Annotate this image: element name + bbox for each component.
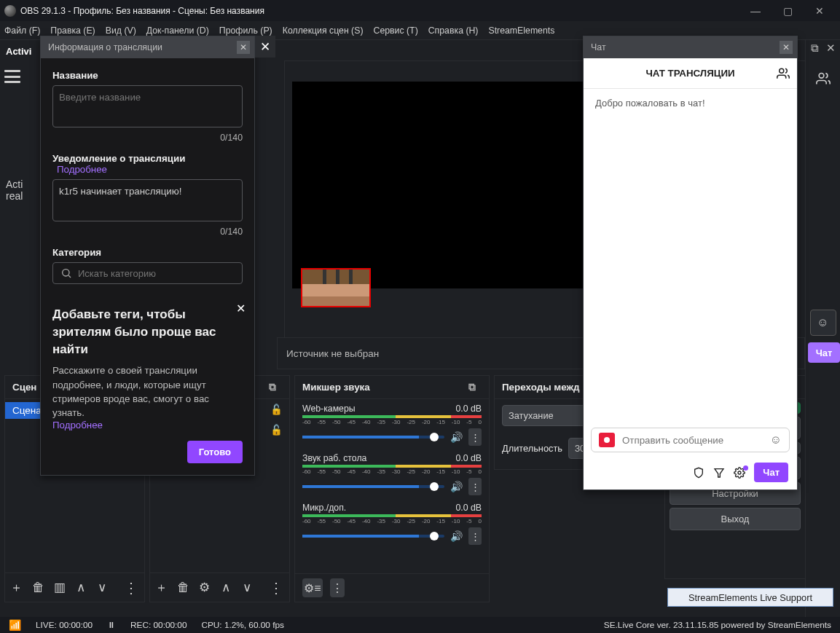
window-close-button[interactable]: ✕ <box>804 0 836 21</box>
chat-input[interactable] <box>622 435 763 446</box>
scene-up-button[interactable]: ∧ <box>74 580 87 596</box>
scene-down-button[interactable]: ∨ <box>95 580 109 596</box>
users-icon[interactable] <box>777 67 790 80</box>
status-cpu: CPU: 1.2%, 60.00 fps <box>201 620 283 630</box>
menu-profile[interactable]: Профиль (P) <box>219 25 272 36</box>
chat-popup: Чат ✕ ЧАТ ТРАНСЛЯЦИИ Добро пожаловать в … <box>583 36 798 490</box>
volume-slider[interactable] <box>302 436 444 439</box>
mixer-panel: Микшер звука ⧉ Web-камеры0.0 dB -60-55-5… <box>294 375 490 602</box>
tags-hint-close-button[interactable]: ✕ <box>236 302 246 315</box>
scene-remove-button[interactable]: 🗑 <box>31 580 44 596</box>
tab-close-icon[interactable]: ✕ <box>237 41 250 54</box>
activity-hamburger-area <box>0 62 40 91</box>
transitions-panel-title: Переходы межд <box>502 382 579 393</box>
window-title: OBS 29.1.3 - Профиль: Без названия - Сце… <box>20 6 739 16</box>
menu-edit[interactable]: Правка (E) <box>50 25 95 36</box>
stream-info-popup: Информация о трансляции ✕ Название 0/140… <box>40 36 255 476</box>
scene-more-button[interactable]: ⋮ <box>124 580 140 596</box>
main-area: Activi Acti real Источник не выбран Сцен… <box>0 40 840 617</box>
volume-slider[interactable] <box>302 535 444 538</box>
volume-slider[interactable] <box>302 485 444 488</box>
dock-popout-icon[interactable]: ⧉ <box>468 381 482 394</box>
mixer-channel-more-button[interactable]: ⋮ <box>468 527 482 545</box>
source-add-button[interactable]: ＋ <box>154 580 168 596</box>
close-icon[interactable]: ✕ <box>825 42 838 55</box>
tab-close-icon[interactable]: ✕ <box>780 41 793 54</box>
category-search[interactable] <box>52 262 243 284</box>
mixer-channel-db: 0.0 dB <box>455 453 482 463</box>
menu-view[interactable]: Вид (V) <box>106 25 136 36</box>
lock-icon[interactable]: 🔓 <box>270 404 282 415</box>
chat-welcome-text: Добро пожаловать в чат! <box>595 98 705 109</box>
notification-info-link[interactable]: Подробнее <box>57 164 107 175</box>
speaker-icon[interactable]: 🔊 <box>450 481 463 492</box>
users-icon[interactable] <box>810 66 836 92</box>
chat-send-hidden-button[interactable]: Чат <box>808 342 840 363</box>
tags-more-link[interactable]: Подробнее <box>52 420 103 430</box>
chat-settings-icon[interactable] <box>734 467 745 479</box>
menu-tools[interactable]: Сервис (T) <box>374 25 418 36</box>
status-se: SE.Live Core ver. 23.11.15.85 powered by… <box>604 620 831 630</box>
statusbar: 📶 LIVE: 00:00:00 ⏸ REC: 00:00:00 CPU: 1.… <box>0 617 840 633</box>
chat-dock-title: Чат <box>591 42 606 52</box>
hamburger-icon[interactable] <box>4 70 20 83</box>
scenes-footer: ＋ 🗑 ▥ ∧ ∨ ⋮ <box>5 573 144 602</box>
scenes-panel-title: Сцен <box>12 382 36 393</box>
chat-input-box[interactable]: ☺ <box>591 428 790 452</box>
source-properties-button[interactable]: ⚙ <box>197 580 211 596</box>
tags-hint-box: ✕ Добавьте теги, чтобы зрителям было про… <box>52 306 243 463</box>
ready-button[interactable]: Готово <box>187 441 243 463</box>
dock-popout-icon[interactable]: ⧉ <box>809 42 822 55</box>
scene-filter-button[interactable]: ▥ <box>52 580 66 596</box>
exit-button[interactable]: Выход <box>670 508 801 530</box>
mixer-channel: Микр./доп.0.0 dB -60-55-50-45-40-35-30-2… <box>295 498 489 548</box>
se-live-support-button[interactable]: StreamElements Live Support <box>667 588 833 607</box>
filter-icon[interactable] <box>713 467 725 479</box>
svg-line-5 <box>68 275 71 278</box>
status-rec: REC: 00:00:00 <box>130 620 187 630</box>
sources-footer: ＋ 🗑 ⚙ ∧ ∨ ⋮ <box>150 573 289 602</box>
source-remove-button[interactable]: 🗑 <box>176 580 189 596</box>
speaker-icon[interactable]: 🔊 <box>450 530 463 542</box>
menu-file[interactable]: Файл (F) <box>4 25 40 36</box>
chat-body: Добро пожаловать в чат! <box>584 89 797 422</box>
shield-icon[interactable] <box>693 467 704 479</box>
category-search-input[interactable] <box>78 268 235 279</box>
preview-webcam-source[interactable] <box>301 268 371 307</box>
chat-send-button[interactable]: Чат <box>754 463 788 482</box>
mixer-advanced-button[interactable]: ⚙≡ <box>302 578 323 597</box>
dock-popout-icon[interactable]: ⧉ <box>269 381 282 394</box>
emotes-button[interactable]: ☺ <box>810 310 836 336</box>
window-titlebar: OBS 29.1.3 - Профиль: Без названия - Сце… <box>0 0 840 21</box>
stream-info-outer-close-button[interactable]: ✕ <box>255 36 275 58</box>
speaker-icon[interactable]: 🔊 <box>450 431 463 443</box>
lock-icon[interactable]: 🔓 <box>270 424 282 436</box>
activity-feed-header: Activi <box>0 40 40 62</box>
window-minimize-button[interactable]: — <box>739 0 772 21</box>
menu-help[interactable]: Справка (H) <box>428 25 479 36</box>
notification-char-counter: 0/140 <box>52 227 243 237</box>
category-label: Категория <box>52 247 243 258</box>
preview-canvas[interactable] <box>292 82 591 288</box>
mixer-channel-more-button[interactable]: ⋮ <box>468 428 482 446</box>
menu-scene-collection[interactable]: Коллекция сцен (S) <box>283 25 364 36</box>
name-label: Название <box>52 70 243 81</box>
chat-title: ЧАТ ТРАНСЛЯЦИИ <box>584 58 797 89</box>
emoji-icon[interactable]: ☺ <box>770 433 782 447</box>
mixer-more-button[interactable]: ⋮ <box>330 578 345 597</box>
menu-streamelements[interactable]: StreamElements <box>488 25 554 36</box>
source-down-button[interactable]: ∨ <box>240 580 254 596</box>
scene-add-button[interactable]: ＋ <box>9 580 23 596</box>
source-more-button[interactable]: ⋮ <box>269 580 285 596</box>
stream-title-input[interactable] <box>52 85 243 127</box>
mixer-channel-db: 0.0 dB <box>455 503 482 513</box>
mixer-channel-name: Звук раб. стола <box>302 453 366 463</box>
mixer-channel-more-button[interactable]: ⋮ <box>468 478 482 495</box>
source-up-button[interactable]: ∧ <box>219 580 232 596</box>
mixer-channel: Web-камеры0.0 dB -60-55-50-45-40-35-30-2… <box>295 399 489 449</box>
menu-dock-panels[interactable]: Док-панели (D) <box>146 25 209 36</box>
mixer-panel-header: Микшер звука ⧉ <box>295 376 489 399</box>
pause-icon: ⏸ <box>107 620 116 630</box>
notification-input[interactable]: k1r5 начинает трансляцию! <box>52 179 243 221</box>
window-maximize-button[interactable]: ▢ <box>772 0 804 21</box>
